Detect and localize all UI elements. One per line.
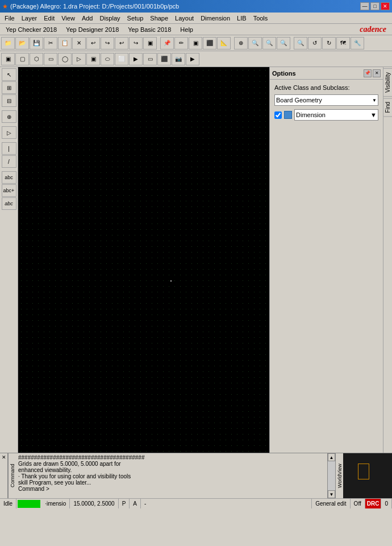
menu-item-file[interactable]: File — [1, 14, 18, 23]
yepbar: Yep Checker 2018Yep Designer 2018Yep Bas… — [0, 24, 392, 35]
app-icon: ★ — [2, 3, 8, 10]
yep-item[interactable]: Yep Designer 2018 — [61, 25, 123, 34]
toolbar1-button-15[interactable]: 📐 — [217, 37, 231, 49]
maximize-button[interactable]: □ — [370, 2, 380, 10]
lt-text2[interactable]: abc+ — [2, 184, 16, 197]
menu-item-add[interactable]: Add — [78, 14, 97, 23]
yep-item[interactable]: Help — [176, 25, 198, 34]
toolbar2-button-8[interactable]: ⬜ — [115, 53, 128, 65]
toolbar1-button-10[interactable]: ▣ — [143, 37, 157, 49]
toolbar1-button-6[interactable]: ↩ — [86, 37, 100, 49]
menu-item-shape[interactable]: Shape — [147, 14, 172, 23]
titlebar: ★ (Package) Allegro: 1.dra Project: D:/P… — [0, 0, 392, 13]
lt-tool4[interactable]: ⊕ — [2, 110, 16, 123]
options-close-button[interactable]: ✕ — [373, 69, 381, 77]
window-controls: — □ ✕ — [360, 2, 390, 10]
lt-text3[interactable]: abc — [2, 197, 16, 210]
left-toolbar: ↖ ⊞ ⊟ ⊕ ▷ | / abc abc+ abc — [0, 67, 18, 453]
menu-item-setup[interactable]: Setup — [124, 14, 147, 23]
toolbar1-button-14[interactable]: ⬛ — [203, 37, 216, 49]
pin-button[interactable]: 📌 — [364, 69, 372, 77]
toolbar2-button-4[interactable]: ◯ — [58, 53, 72, 65]
toolbar2-button-0[interactable]: ▣ — [1, 53, 15, 65]
toolbar2-button-2[interactable]: ⬡ — [30, 53, 43, 65]
toolbar1-button-17[interactable]: 🔍 — [248, 37, 262, 49]
menu-item-layout[interactable]: Layout — [172, 14, 197, 23]
toolbar1-button-5[interactable]: ✕ — [72, 37, 86, 49]
toolbar1-button-13[interactable]: ▣ — [189, 37, 202, 49]
status-general-edit: General edit — [312, 499, 350, 508]
class-dropdown[interactable]: Board Geometry ▼ — [274, 94, 378, 106]
toolbar1-button-0[interactable]: 📁 — [1, 37, 15, 49]
subclass-checkbox[interactable] — [274, 111, 282, 119]
toolbar2: ▣▢⬡▭◯▷▣⬭⬜▶▭⬛📷▶ — [0, 51, 392, 67]
toolbar1-button-4[interactable]: 📋 — [58, 37, 72, 49]
canvas-area[interactable] — [18, 67, 269, 453]
cmd-close-button[interactable]: ✕ — [0, 453, 8, 498]
cmd-scroll-down[interactable]: ▼ — [328, 490, 335, 498]
yep-item[interactable]: Yep Checker 2018 — [1, 25, 61, 34]
subclass-color-box[interactable] — [284, 111, 292, 119]
menu-item-lib[interactable]: LIB — [233, 14, 250, 23]
menu-item-edit[interactable]: Edit — [40, 14, 58, 23]
lt-select[interactable]: ↖ — [2, 68, 16, 81]
toolbar1-button-16[interactable]: ⊕ — [234, 37, 248, 49]
lt-zoom[interactable]: ⊞ — [2, 81, 16, 94]
right-tabs: Visibility Find — [383, 67, 392, 453]
lt-text[interactable]: abc — [2, 171, 16, 184]
lt-tool3[interactable]: ⊟ — [2, 94, 16, 107]
toolbar1-button-2[interactable]: 💾 — [30, 37, 43, 49]
menubar: FileLayerEditViewAddDisplaySetupShapeLay… — [0, 13, 392, 24]
toolbar1-button-7[interactable]: ↪ — [101, 37, 114, 49]
toolbar2-button-10[interactable]: ▭ — [143, 53, 157, 65]
find-tab[interactable]: Find — [383, 98, 392, 117]
toolbar1-button-22[interactable]: ↻ — [322, 37, 336, 49]
toolbar1-button-23[interactable]: 🗺 — [336, 37, 350, 49]
options-header: Options 📌 ✕ — [270, 67, 383, 80]
menu-item-layer[interactable]: Layer — [18, 14, 41, 23]
visibility-tab[interactable]: Visibility — [383, 68, 392, 97]
menu-item-tools[interactable]: Tools — [250, 14, 272, 23]
toolbar1-button-12[interactable]: ✏ — [174, 37, 188, 49]
toolbar1-button-20[interactable]: 🔍 — [294, 37, 307, 49]
toolbar1-button-21[interactable]: ↺ — [308, 37, 322, 49]
toolbar2-button-1[interactable]: ▢ — [15, 53, 29, 65]
toolbar1-button-11[interactable]: 📌 — [160, 37, 174, 49]
cmd-scroll-up[interactable]: ▲ — [328, 453, 335, 461]
menu-item-dimension[interactable]: Dimension — [197, 14, 233, 23]
close-button[interactable]: ✕ — [381, 2, 390, 10]
worldview-area: WorldView — [335, 453, 392, 498]
yep-items: Yep Checker 2018Yep Designer 2018Yep Bas… — [1, 25, 198, 34]
toolbar1-button-9[interactable]: ↪ — [129, 37, 143, 49]
toolbar1-button-24[interactable]: 🔧 — [351, 37, 364, 49]
toolbar2-button-5[interactable]: ▷ — [72, 53, 86, 65]
toolbar2-button-7[interactable]: ⬭ — [101, 53, 114, 65]
yep-item[interactable]: Yep Basic 2018 — [123, 25, 176, 34]
toolbar2-button-13[interactable]: ▶ — [186, 53, 199, 65]
toolbar2-button-9[interactable]: ▶ — [129, 53, 143, 65]
toolbar1-button-8[interactable]: ↩ — [115, 37, 128, 49]
subclass-dropdown[interactable]: Dimension ▼ — [294, 109, 378, 121]
toolbar2-button-12[interactable]: 📷 — [172, 53, 185, 65]
toolbar1-button-18[interactable]: 🔍 — [262, 37, 276, 49]
status-dash: - — [141, 499, 312, 508]
active-class-label: Active Class and Subclass: — [274, 84, 378, 91]
toolbar1-button-1[interactable]: 📂 — [15, 37, 29, 49]
subclass-arrow: ▼ — [370, 111, 377, 118]
toolbar1-button-19[interactable]: 🔍 — [277, 37, 290, 49]
title-text: (Package) Allegro: 1.dra Project: D:/Pro… — [10, 3, 179, 10]
minimize-button[interactable]: — — [360, 2, 369, 10]
toolbar2-button-3[interactable]: ▭ — [44, 53, 57, 65]
cmd-scroll-track — [328, 461, 335, 490]
lt-tool6[interactable]: | — [2, 142, 16, 155]
toolbar1-button-3[interactable]: ✂ — [44, 37, 57, 49]
cmd-line: Command > — [18, 486, 325, 492]
toolbar2-button-6[interactable]: ▣ — [86, 53, 100, 65]
menu-item-view[interactable]: View — [58, 14, 78, 23]
toolbar2-button-11[interactable]: ⬛ — [157, 53, 171, 65]
options-content: Active Class and Subclass: Board Geometr… — [270, 80, 383, 127]
lt-tool5[interactable]: ▷ — [2, 126, 16, 139]
lt-tool7[interactable]: / — [2, 155, 16, 168]
cmd-scrollbar[interactable]: ▲ ▼ — [327, 453, 335, 498]
menu-item-display[interactable]: Display — [96, 14, 123, 23]
